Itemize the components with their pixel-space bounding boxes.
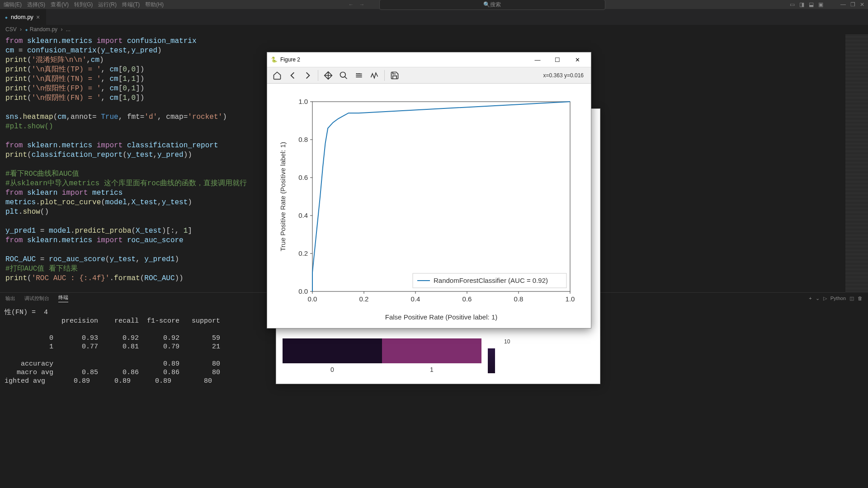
layout-panel-icon[interactable]: ▭ — [790, 1, 795, 8]
svg-text:RandomForestClassifier (AUC = : RandomForestClassifier (AUC = 0.92) — [434, 277, 548, 284]
tab-bar: ⬥ ndom.py × — [0, 9, 868, 25]
home-icon[interactable] — [270, 69, 284, 82]
heatmap-cell — [283, 338, 382, 363]
svg-text:0.4: 0.4 — [411, 295, 420, 303]
svg-text:0.6: 0.6 — [298, 174, 308, 181]
nav-back-icon[interactable]: ← — [349, 1, 354, 8]
forward-icon[interactable] — [301, 69, 315, 82]
figure-titlebar[interactable]: 🐍 Figure 2 — ☐ ✕ — [267, 52, 591, 67]
panel-tab-debug[interactable]: 调试控制台 — [24, 295, 49, 302]
colorbar — [488, 348, 495, 373]
menu-item-run[interactable]: 运行(R) — [98, 1, 117, 9]
python-icon: 🐍 — [271, 56, 278, 63]
edit-icon[interactable] — [367, 69, 382, 82]
figure-maximize-icon[interactable]: ☐ — [547, 53, 567, 66]
panel-tab-output[interactable]: 输出 — [5, 295, 15, 302]
figure-toolbar: x=0.363 y=0.016 — [267, 67, 591, 84]
split-terminal-icon[interactable]: ◫ — [849, 296, 854, 301]
menu-item-help[interactable]: 帮助(H) — [145, 1, 164, 9]
svg-text:0.2: 0.2 — [298, 249, 308, 257]
panel-tab-terminal[interactable]: 终端 — [58, 294, 68, 302]
minimap[interactable] — [845, 35, 868, 292]
terminal-type-label: Python — [830, 296, 846, 301]
file-icon: ⬥ — [5, 14, 8, 20]
search-placeholder: 搜索 — [490, 1, 501, 9]
heatmap-xtick: 1 — [382, 366, 481, 373]
window-minimize-icon[interactable]: — — [840, 1, 846, 8]
layout-customize-icon[interactable]: ▣ — [818, 1, 823, 8]
search-icon: 🔍 — [483, 1, 490, 8]
svg-text:0.2: 0.2 — [359, 295, 369, 303]
menu-item-select[interactable]: 选择(S) — [27, 1, 45, 9]
svg-text:0.0: 0.0 — [308, 295, 317, 303]
layout-side-icon[interactable]: ◨ — [799, 1, 804, 8]
svg-text:0.6: 0.6 — [462, 295, 472, 303]
svg-text:0.8: 0.8 — [298, 136, 308, 143]
heatmap-xtick: 0 — [283, 366, 382, 373]
tab-close-icon[interactable]: × — [36, 14, 40, 21]
breadcrumb: CSV › ⬥ Random.py › ... — [0, 25, 868, 35]
back-icon[interactable] — [285, 69, 300, 82]
new-terminal-icon[interactable]: + — [809, 296, 811, 301]
roc-chart: 0.00.20.40.60.81.00.00.20.40.60.81.0Fals… — [276, 88, 579, 328]
svg-text:True Positive Rate (Positive l: True Positive Rate (Positive label: 1) — [279, 142, 287, 251]
tab-active[interactable]: ⬥ ndom.py × — [0, 9, 47, 25]
subplots-icon[interactable] — [352, 69, 366, 82]
terminal-type-icon: ▷ — [823, 296, 827, 301]
svg-text:0.0: 0.0 — [298, 287, 308, 295]
kill-terminal-icon[interactable]: 🗑 — [858, 296, 863, 301]
search-input[interactable]: 🔍 搜索 — [379, 0, 605, 10]
svg-rect-1 — [312, 102, 570, 291]
terminal-dropdown-icon[interactable]: ⌄ — [816, 296, 820, 301]
figure-minimize-icon[interactable]: — — [528, 53, 547, 66]
zoom-icon[interactable] — [336, 69, 351, 82]
svg-text:0.8: 0.8 — [514, 295, 524, 303]
layout-bottom-icon[interactable]: ⬓ — [809, 1, 814, 8]
menu-item-goto[interactable]: 转到(G) — [74, 1, 93, 9]
plot-area: 0.00.20.40.60.81.00.00.20.40.60.81.0Fals… — [267, 84, 591, 332]
colorbar-label: 10 — [504, 338, 510, 345]
breadcrumb-part[interactable]: CSV — [5, 26, 17, 33]
menu-bar: 编辑(E) 选择(S) 查看(V) 转到(G) 运行(R) 终端(T) 帮助(H… — [0, 0, 868, 9]
figure-title: Figure 2 — [280, 56, 528, 63]
cursor-coords: x=0.363 y=0.016 — [543, 72, 588, 79]
nav-forward-icon[interactable]: → — [359, 1, 365, 8]
breadcrumb-part[interactable]: Random.py — [30, 26, 57, 33]
save-icon[interactable] — [387, 69, 402, 82]
breadcrumb-part[interactable]: ... — [66, 26, 71, 33]
svg-text:1.0: 1.0 — [566, 295, 575, 303]
menu-item-terminal[interactable]: 终端(T) — [122, 1, 140, 9]
svg-point-0 — [340, 72, 346, 77]
figure2-window[interactable]: 🐍 Figure 2 — ☐ ✕ x=0.363 y= — [267, 52, 591, 328]
window-maximize-icon[interactable]: ❐ — [850, 1, 855, 8]
menu-item-view[interactable]: 查看(V) — [51, 1, 69, 9]
svg-text:False Positive Rate (Positive : False Positive Rate (Positive label: 1) — [385, 313, 497, 321]
svg-text:0.4: 0.4 — [298, 211, 308, 219]
heatmap-cell — [382, 338, 481, 363]
pan-icon[interactable] — [321, 69, 335, 82]
svg-text:1.0: 1.0 — [298, 98, 308, 105]
window-close-icon[interactable]: ✕ — [860, 1, 864, 8]
tab-label: ndom.py — [11, 14, 33, 20]
menu-item-edit[interactable]: 编辑(E) — [4, 1, 22, 9]
figure-close-icon[interactable]: ✕ — [567, 53, 587, 66]
